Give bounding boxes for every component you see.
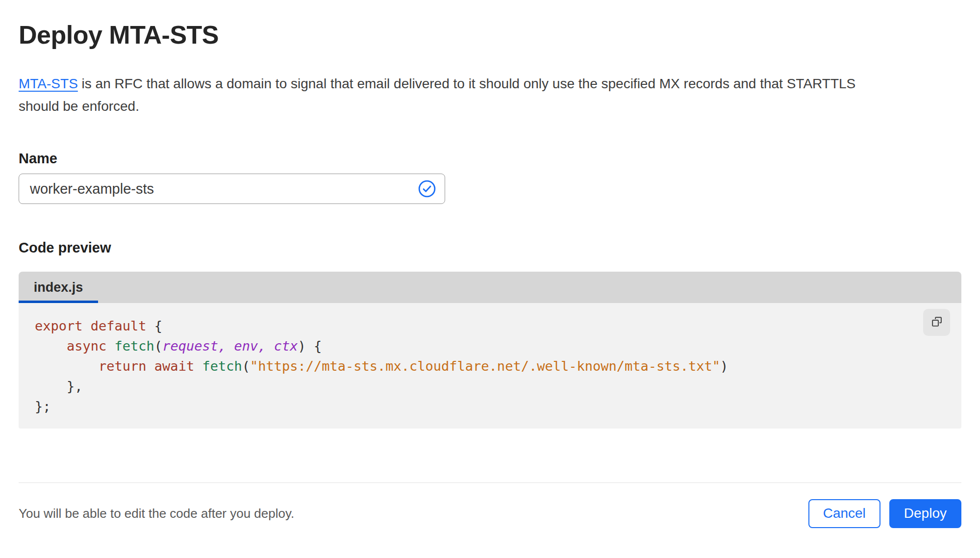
description-line2: should be enforced. (19, 99, 139, 114)
code-token: }, (35, 379, 83, 394)
code-line: }, (35, 376, 961, 396)
code-token: ) (720, 358, 728, 374)
code-token (106, 338, 114, 354)
code-token (147, 358, 154, 374)
name-label: Name (19, 150, 961, 167)
code-token: ctx (274, 338, 298, 354)
code-token: { (147, 318, 163, 333)
description: MTA-STS is an RFC that allows a domain t… (19, 73, 961, 118)
tab-index-js-label: index.js (34, 280, 83, 295)
description-line1: is an RFC that allows a domain to signal… (78, 76, 855, 91)
code-token: export (35, 318, 83, 333)
code-token: , (258, 338, 274, 354)
code-token: fetch (115, 338, 154, 354)
deploy-mta-sts-page: Deploy MTA-STS MTA-STS is an RFC that al… (0, 0, 980, 558)
code-token: ) { (298, 338, 322, 354)
cancel-button[interactable]: Cancel (808, 499, 880, 528)
code-line: export default { (35, 316, 961, 336)
copy-icon (930, 315, 944, 330)
code-line: async fetch(request, env, ctx) { (35, 336, 961, 356)
code-token (83, 318, 91, 333)
footer-divider (19, 482, 961, 483)
code-token: , (218, 338, 234, 354)
code-token: }; (35, 399, 51, 414)
code-token: return (99, 358, 147, 374)
footer-actions: Cancel Deploy (808, 499, 961, 528)
code-token: await (154, 358, 194, 374)
page-title: Deploy MTA-STS (19, 20, 961, 50)
check-circle-icon (418, 179, 436, 198)
name-input-wrap (19, 174, 445, 204)
code-line: return await fetch("https://mta-sts.mx.c… (35, 356, 961, 376)
code-preview-label: Code preview (19, 239, 961, 256)
mta-sts-link[interactable]: MTA-STS (19, 76, 78, 91)
code-token (35, 358, 99, 374)
code-block: export default { async fetch(request, en… (35, 316, 961, 416)
code-token: ( (154, 338, 162, 354)
name-input[interactable] (19, 174, 445, 204)
copy-code-button[interactable] (923, 309, 950, 336)
code-token: default (91, 318, 147, 333)
code-token: fetch (202, 358, 242, 374)
code-token (194, 358, 202, 374)
footer-note: You will be able to edit the code after … (19, 506, 294, 521)
code-area: export default { async fetch(request, en… (19, 303, 961, 429)
code-token: env (234, 338, 258, 354)
code-token: ( (242, 358, 250, 374)
deploy-button[interactable]: Deploy (889, 499, 961, 528)
footer: You will be able to edit the code after … (19, 499, 961, 528)
code-token: request (162, 338, 218, 354)
code-line: }; (35, 396, 961, 416)
tab-index-js[interactable]: index.js (19, 272, 98, 303)
code-tabbar: index.js (19, 272, 961, 303)
code-token (35, 338, 67, 354)
code-token: "https://mta-sts.mx.cloudflare.net/.well… (250, 358, 720, 374)
code-token: async (67, 338, 106, 354)
code-preview-panel: index.js export default { async fetch(re… (19, 272, 961, 429)
